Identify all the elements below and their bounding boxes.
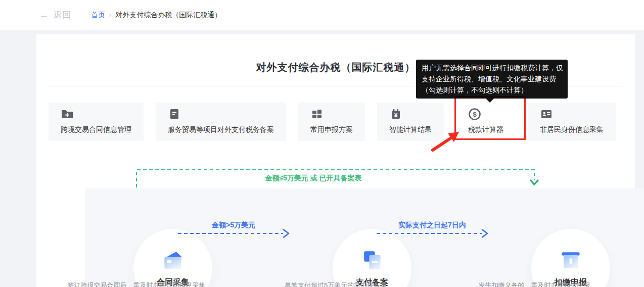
folder-plus-icon	[61, 108, 74, 121]
svg-text:$: $	[473, 111, 477, 118]
id-card-icon	[540, 108, 553, 121]
back-arrow-icon: ←	[39, 10, 49, 21]
invoice-yen-icon: ¥	[389, 108, 402, 121]
contract-collect-icon	[160, 247, 186, 273]
menu-item-declare-plan[interactable]: 常用申报方案	[298, 103, 365, 141]
flow-section: 合同采集 支付备案	[85, 188, 644, 287]
tooltip-arrow-icon	[486, 99, 494, 103]
menu-item-trade-filing[interactable]: 服务贸易等项目对外支付税务备案	[156, 103, 286, 141]
step-caption-3: 发生扣缴义务的，需及时办理扣缴申报	[453, 281, 615, 287]
condition-label-top: 金额≤5万美元 或 已开具备案表	[238, 174, 389, 183]
page: ← 返回 首页 › 对外支付综合办税（国际汇税通） 对外支付综合办税（国际汇税通…	[0, 0, 644, 287]
menu-item-smart-result[interactable]: ¥ 智能计算结果	[377, 103, 444, 141]
back-button[interactable]: ← 返回	[39, 9, 71, 21]
breadcrumb: 首页 › 对外支付综合办税（国际汇税通）	[91, 11, 221, 20]
dollar-circle-icon: $	[468, 108, 481, 121]
document-icon	[168, 108, 181, 121]
menu-item-label: 常用申报方案	[310, 125, 353, 134]
menu-item-tax-calculator[interactable]: $ 税款计算器	[456, 103, 516, 141]
menu-item-label: 税款计算器	[468, 125, 503, 134]
breadcrumb-separator-icon: ›	[109, 11, 111, 19]
condition-label-arrow2: 实际支付之日起7日内	[382, 221, 483, 230]
back-label: 返回	[54, 9, 71, 21]
tooltip-line: 支持企业所得税、增值税、文化事业建设费	[422, 73, 562, 84]
menu-row: 跨境交易合同信息管理 服务贸易等项目对外支付税务备案 常用申报方案	[49, 103, 616, 141]
payment-filing-icon	[359, 247, 385, 273]
withholding-declare-icon	[558, 247, 584, 273]
grid-icon	[310, 108, 324, 121]
svg-text:¥: ¥	[394, 112, 398, 118]
menu-item-nonresident-info[interactable]: 非居民身份信息采集	[528, 103, 616, 141]
menu-item-label: 智能计算结果	[389, 125, 432, 134]
menu-item-label: 跨境交易合同信息管理	[61, 125, 131, 134]
top-bar: ← 返回 首页 › 对外支付综合办税（国际汇税通）	[0, 0, 644, 30]
menu-item-label: 服务贸易等项目对外支付税务备案	[168, 125, 274, 134]
menu-item-contract-info[interactable]: 跨境交易合同信息管理	[49, 103, 144, 141]
breadcrumb-home[interactable]: 首页	[91, 11, 105, 20]
menu-item-label: 非居民身份信息采集	[540, 125, 604, 134]
flow-step-contract-collect: 合同采集	[133, 229, 212, 287]
flow-step-payment-filing: 支付备案	[333, 229, 411, 287]
breadcrumb-current: 对外支付综合办税（国际汇税通）	[115, 11, 221, 20]
condition-label-arrow1: 金额>5万美元	[188, 221, 279, 230]
step-caption-2: 单笔支付超过5万美元的需办理备案	[255, 281, 417, 287]
flow-step-withholding-declare: 扣缴申报	[531, 229, 610, 287]
tooltip: 用户无需选择合同即可进行扣缴税费计算，仅 支持企业所得税、增值税、文化事业建设费…	[416, 60, 568, 99]
step-caption-1: 签订跨境交易合同后，需及时办理合同信息采集	[56, 281, 217, 287]
tooltip-line: 用户无需选择合同即可进行扣缴税费计算，仅	[422, 62, 562, 73]
tooltip-line: （勾选则计算，不勾选则不计算）	[422, 84, 562, 95]
